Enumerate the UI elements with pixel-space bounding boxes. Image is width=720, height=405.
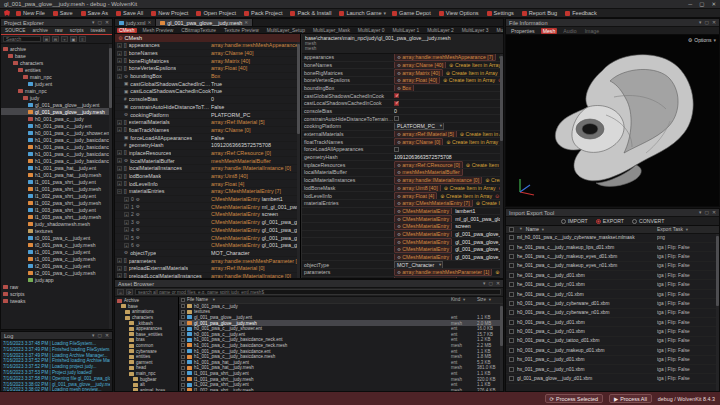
filter-icon[interactable]: ▼ — [212, 298, 216, 302]
row-checkbox[interactable] — [509, 357, 514, 362]
enum-dropdown[interactable]: MOT_Character — [394, 261, 443, 268]
view-tab[interactable]: MultiLayer_Setup — [265, 28, 307, 33]
expander-icon[interactable]: + — [117, 127, 122, 132]
toolbar-button[interactable]: View Options — [439, 10, 481, 16]
property-tree-row[interactable]: + [] lodBoneMask array:Uint8 [40] — [115, 173, 300, 181]
expander-icon[interactable]: + — [117, 258, 122, 263]
cmesh-root-row[interactable]: ⚙ CMesh — [115, 34, 300, 42]
value-text[interactable]: 0 — [394, 108, 397, 114]
refresh-icon[interactable]: ⟳ — [126, 289, 133, 295]
expand-all-icon[interactable]: ⊞ — [43, 36, 50, 42]
close-tab-icon[interactable]: ✕ — [147, 20, 151, 25]
row-checkbox[interactable] — [181, 383, 185, 387]
row-checkbox[interactable] — [509, 292, 514, 297]
asset-file-row[interactable]: gl_001_pwa_glove__judy.mesh mesh 2.0 MB — [179, 320, 503, 326]
export-file-row[interactable]: he_001_pwa_c__judy_d01.xbm tga | Flip: F… — [506, 271, 719, 280]
close-button[interactable]: ✕ — [711, 1, 716, 7]
property-editor-row[interactable]: CMeshMaterialEntry gl_001_pwa_glove__jud… — [302, 254, 503, 262]
create-item-button[interactable]: Create Item in Array — [449, 62, 501, 68]
expander-icon[interactable]: + — [117, 273, 122, 278]
project-tree-item[interactable]: judy.app — [1, 276, 112, 283]
project-tree-item[interactable]: h1_001_pwa_c__judy_basicdance_neck.mesh — [1, 157, 112, 164]
project-tree-item[interactable]: characters — [1, 59, 112, 66]
home-icon[interactable]: ⌂ — [117, 289, 124, 295]
property-tree-row[interactable]: + [] preloadLocalMaterialInstances array… — [115, 273, 300, 278]
column-name[interactable]: Name — [526, 226, 539, 232]
column-kind[interactable]: Kind — [451, 297, 460, 302]
project-tree-item[interactable]: h1_001_pwa_c__judy_basicdance.ent — [1, 136, 112, 143]
create-item-button[interactable]: Create Item in Array — [444, 185, 496, 191]
type-chip[interactable]: array:CName [0] — [394, 138, 443, 145]
value-text[interactable]: screen — [455, 223, 471, 229]
property-editor-row[interactable]: appearances array:handle:meshMeshAppeara… — [302, 54, 503, 62]
type-chip[interactable]: array:handle:IMaterialInstance [0] — [394, 177, 482, 184]
view-tab[interactable]: Mesh Preview — [141, 28, 176, 33]
toolbar-button[interactable]: Settings — [487, 10, 516, 16]
property-tree-row[interactable]: + [] externalMaterials array:rRef:IMater… — [115, 119, 300, 127]
property-editor-row[interactable]: boneVertexEpsilons array:Float [40] Crea… — [302, 77, 503, 85]
property-editor-row[interactable]: localMaterialBuffer meshMeshMaterialBuff… — [302, 169, 503, 177]
type-chip[interactable]: CMeshMaterialEntry — [394, 223, 452, 230]
pin-icon[interactable]: ▢ — [488, 281, 493, 286]
expander-icon[interactable]: + — [117, 43, 122, 48]
property-editor-row[interactable]: CMeshMaterialEntry lambert1 — [302, 208, 503, 216]
asset-file-row[interactable]: h1_001_pwa_c__judy_basicdance_neck.mesh … — [179, 343, 503, 349]
property-tree-row[interactable]: + 6 ⚙ CMeshMaterialEntry gl_001_pwa_glov… — [115, 242, 300, 250]
file-info-tab[interactable]: Image — [583, 28, 601, 34]
row-checkbox[interactable] — [509, 273, 514, 278]
export-file-row[interactable]: he_001_pwa_c__judy_r01.xbm tga | Flip: F… — [506, 290, 719, 299]
expander-icon[interactable]: + — [117, 266, 122, 271]
type-chip[interactable]: array:CMeshMaterialEntry [7] — [394, 200, 473, 207]
property-tree-row[interactable]: + 5 ⚙ CMeshMaterialEntry gl_001_pwa_glov… — [115, 234, 300, 242]
project-tree-item[interactable]: h1_001_pwa_hat__judy.mesh — [1, 171, 112, 178]
process-selected-button[interactable]: ⟳Process Selected — [545, 394, 603, 403]
property-editor-row[interactable]: cookingPlatform PLATFORM_PC — [302, 123, 503, 131]
type-chip[interactable]: CMeshMaterialEntry — [394, 231, 452, 238]
export-file-row[interactable]: hx_001_pwa_c__judy_n01.xbm tga | Flip: F… — [506, 365, 719, 374]
expander-icon[interactable]: + — [124, 204, 129, 209]
toolbar-button[interactable]: Save — [53, 10, 75, 16]
type-chip[interactable]: CMeshMaterialEntry — [394, 238, 452, 245]
pin-icon[interactable]: ▢ — [704, 20, 709, 25]
type-chip[interactable]: CMeshMaterialEntry — [394, 215, 452, 222]
type-chip[interactable]: array:rRef:CResource [0] — [394, 161, 463, 168]
create-item-button[interactable]: Create Item in Array — [443, 77, 495, 83]
project-tree-item[interactable]: h0_001_pwa_c__judy_shower.ent — [1, 129, 112, 136]
pin-icon[interactable]: ▢ — [97, 20, 102, 25]
property-editor-row[interactable]: parameters array:handle:meshMeshParamete… — [302, 269, 503, 277]
filter-chip[interactable]: tweaks — [89, 28, 108, 33]
property-editor-row[interactable]: constrainAutoHideDistanceToTerrainHeight — [302, 115, 503, 123]
create-item-button[interactable]: Create Item in Array — [446, 139, 498, 145]
close-tab-icon[interactable]: ✕ — [244, 20, 248, 25]
row-checkbox[interactable] — [509, 301, 514, 306]
row-checkbox[interactable] — [181, 343, 185, 347]
export-file-row[interactable]: he_001_pwa_c__judy_makeup_eyes_n01.xbm t… — [506, 262, 719, 271]
project-tree-item[interactable]: t2_001_pwa_c__judy.mesh — [1, 269, 112, 276]
add-file-icon[interactable]: ＋ — [61, 36, 68, 42]
project-tree-item[interactable]: l1_001_pwa_shrt__judy.mesh — [1, 185, 112, 192]
view-tab[interactable]: MultiLayer_Mask — [311, 28, 352, 33]
export-file-row[interactable]: ml_h0_001_pwa_c__judy_cyberware_maskset.… — [506, 234, 719, 243]
project-tree-item[interactable]: h0_001_pwa_c__judy — [1, 115, 112, 122]
toolbar-button[interactable]: Launch Game ▾ — [339, 10, 386, 16]
filter-chip[interactable]: PACKED — [111, 28, 113, 33]
enum-dropdown[interactable]: PLATFORM_PC — [394, 123, 444, 130]
property-tree-row[interactable]: + 4 ⚙ CMeshMaterialEntry gl_001_pwa_glov… — [115, 227, 300, 235]
dock-menu-icon[interactable]: ▾ — [92, 20, 94, 25]
export-file-row[interactable]: gl_001_pwa_glove__judy_d01.xbm tga | Fli… — [506, 374, 719, 383]
checkbox[interactable] — [394, 93, 399, 98]
property-editor-row[interactable]: externalMaterials array:rRef:IMaterial [… — [302, 131, 503, 139]
expander-icon[interactable]: + — [117, 58, 122, 63]
toolbar-button[interactable]: Open Project — [196, 10, 238, 16]
expander-icon[interactable]: + — [124, 212, 129, 217]
project-tree-item[interactable]: h1_001_pwa_c__judy_basicdance.mesh — [1, 143, 112, 150]
value-text[interactable]: gl_001_pwa_glove__judy_bng_dec1 — [455, 231, 503, 237]
property-editor-row[interactable]: boneNames array:CName [40] Create Item i… — [302, 62, 503, 70]
maximize-button[interactable]: ▢ — [699, 1, 704, 7]
row-checkbox[interactable] — [509, 254, 514, 259]
open-folder-icon[interactable]: ▣ — [70, 36, 77, 42]
close-icon[interactable]: ✕ — [105, 333, 109, 338]
asset-search-input[interactable] — [135, 289, 501, 295]
project-tree-item[interactable]: l1_001_pwa_shrt__judy.ent — [1, 178, 112, 185]
property-tree-row[interactable]: + 3 ⚙ CMeshMaterialEntry gl_001_pwa_glov… — [115, 219, 300, 227]
